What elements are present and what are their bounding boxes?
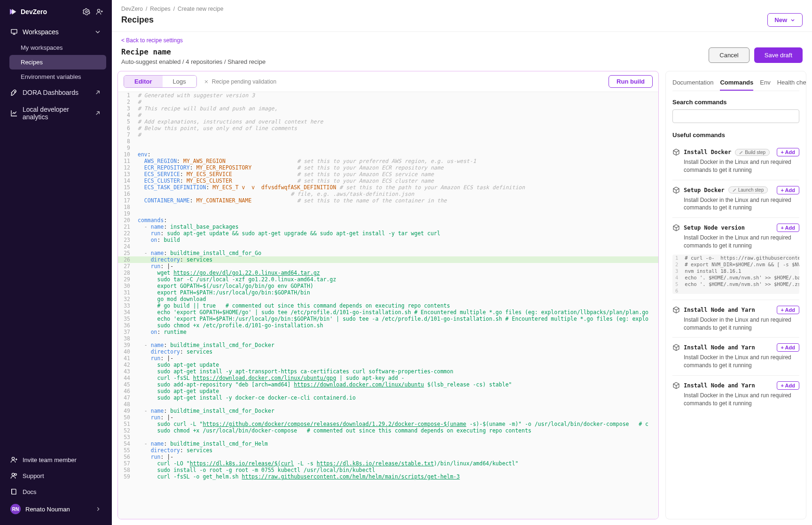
- search-commands-input[interactable]: [672, 109, 799, 123]
- sidebar-bottom: Invite team memberSupportDocs RN Renato …: [0, 448, 112, 525]
- chevron-down-icon: [94, 28, 102, 36]
- back-link[interactable]: < Back to recipe settings: [121, 37, 183, 44]
- sp-tab-env[interactable]: Env: [760, 77, 770, 91]
- new-button[interactable]: New: [767, 13, 803, 27]
- command-snippet: 1# curl -o- https://raw.githubuserconten…: [672, 255, 799, 294]
- chevron-right-icon: [95, 506, 102, 512]
- package-icon: [672, 224, 680, 232]
- tab-editor[interactable]: Editor: [124, 76, 163, 87]
- command-name: Install Docker: [684, 149, 731, 155]
- recipe-meta: Auto-suggest enabled / 4 repositories / …: [121, 58, 265, 65]
- command-name: Install Node and Yarn: [684, 382, 755, 389]
- crumb[interactable]: Recipes: [150, 6, 170, 12]
- sidebar-header: DevZero: [0, 0, 112, 23]
- command-item: Install Node and Yarn+ AddInstall Docker…: [672, 375, 799, 413]
- main: DevZero/Recipes/Create new recipe Recipe…: [112, 0, 812, 525]
- command-name: Install Node and Yarn: [684, 307, 755, 313]
- side-panel-tabs: DocumentationCommandsEnvHealth checks: [672, 77, 799, 91]
- chevron-down-icon: [790, 17, 796, 23]
- editor-panel: EditorLogs Recipe pending validation Run…: [117, 71, 659, 519]
- gear-icon[interactable]: [83, 8, 90, 15]
- command-description: Install Docker in the Linux and run requ…: [672, 196, 799, 212]
- command-description: Install Docker in the Linux and run requ…: [672, 354, 799, 370]
- validation-status: Recipe pending validation: [203, 78, 276, 85]
- add-command-button[interactable]: + Add: [777, 224, 799, 232]
- brand-name: DevZero: [21, 8, 47, 15]
- svg-point-3: [15, 92, 15, 92]
- sidebar-item-my-workspaces[interactable]: My workspaces: [9, 40, 106, 55]
- sp-tab-documentation[interactable]: Documentation: [672, 77, 713, 91]
- tab-logs[interactable]: Logs: [163, 76, 196, 87]
- sidebar-docs[interactable]: Docs: [6, 484, 106, 500]
- command-description: Install Docker in the Linux and run requ…: [672, 158, 799, 174]
- command-description: Install Docker in the Linux and run requ…: [672, 234, 799, 250]
- add-command-button[interactable]: + Add: [777, 148, 799, 156]
- monitor-icon: [10, 28, 18, 36]
- add-command-button[interactable]: + Add: [777, 343, 799, 352]
- svg-point-1: [97, 9, 100, 12]
- breadcrumb: DevZero/Recipes/Create new recipe: [112, 0, 812, 13]
- new-button-label: New: [774, 16, 787, 23]
- package-icon: [672, 148, 680, 156]
- validation-text: Recipe pending validation: [212, 78, 276, 85]
- svg-point-0: [86, 11, 87, 13]
- user-plus-icon[interactable]: [96, 8, 103, 15]
- sidebar: DevZero Workspaces My workspacesRecipesE…: [0, 0, 112, 525]
- cancel-button[interactable]: Cancel: [709, 47, 749, 63]
- package-icon: [672, 344, 680, 351]
- run-build-button[interactable]: Run build: [609, 75, 653, 88]
- sidebar-invite-team-member[interactable]: Invite team member: [6, 452, 106, 468]
- nav-workspaces-label: Workspaces: [23, 28, 59, 36]
- logo[interactable]: DevZero: [8, 8, 47, 16]
- add-command-button[interactable]: + Add: [777, 186, 799, 194]
- nav-workspaces[interactable]: Workspaces: [6, 23, 106, 40]
- nav-item-dora-dashboards[interactable]: DORA Dashboards: [6, 84, 106, 101]
- command-item: Setup Docker Launch step+ AddInstall Doc…: [672, 180, 799, 218]
- user-plus-icon: [10, 456, 18, 463]
- sp-tab-health-checks[interactable]: Health checks: [777, 77, 806, 91]
- logo-icon: [8, 8, 17, 16]
- command-name: Install Node and Yarn: [684, 344, 755, 351]
- command-item: Install Docker Build step+ AddInstall Do…: [672, 142, 799, 180]
- package-icon: [672, 186, 680, 194]
- crumb[interactable]: Create new recipe: [178, 6, 223, 12]
- command-name: Setup Docker: [684, 187, 725, 193]
- code-editor[interactable]: 1# Generated with suggester version 32#3…: [118, 92, 658, 519]
- save-draft-button[interactable]: Save draft: [754, 47, 803, 63]
- nav: Workspaces My workspacesRecipesEnvironme…: [0, 23, 112, 125]
- command-badge: Build step: [735, 149, 770, 156]
- command-item: Install Node and Yarn+ AddInstall Docker…: [672, 300, 799, 338]
- package-icon: [672, 382, 680, 389]
- avatar: RN: [10, 504, 21, 514]
- sidebar-item-recipes[interactable]: Recipes: [9, 55, 106, 69]
- svg-point-5: [12, 473, 14, 476]
- search-commands-label: Search commands: [672, 99, 799, 106]
- user-name: Renato Nouman: [25, 506, 70, 513]
- svg-point-4: [12, 457, 14, 460]
- command-description: Install Docker in the Linux and run requ…: [672, 316, 799, 332]
- svg-rect-2: [11, 30, 17, 33]
- command-badge: Launch step: [728, 186, 768, 193]
- external-link-icon: [94, 109, 102, 117]
- sp-tab-commands[interactable]: Commands: [720, 77, 753, 91]
- package-icon: [672, 306, 680, 314]
- command-item: Setup Node version+ AddInstall Docker in…: [672, 217, 799, 300]
- command-item: Install Node and Yarn+ AddInstall Docker…: [672, 337, 799, 375]
- sidebar-support[interactable]: Support: [6, 468, 106, 484]
- x-icon: [203, 79, 209, 85]
- book-icon: [10, 488, 18, 495]
- page-title: Recipes: [121, 15, 154, 25]
- chart-icon: [10, 109, 18, 117]
- sidebar-item-environment-variables[interactable]: Environment variables: [9, 69, 106, 84]
- add-command-button[interactable]: + Add: [777, 381, 799, 390]
- command-description: Install Docker in the Linux and run requ…: [672, 392, 799, 408]
- nav-item-local-developer-analytics[interactable]: Local developer analytics: [6, 101, 106, 125]
- sidebar-user[interactable]: RN Renato Nouman: [6, 500, 106, 518]
- users-icon: [10, 472, 18, 479]
- commands-panel: DocumentationCommandsEnvHealth checks Se…: [665, 71, 806, 519]
- editor-tabs: EditorLogs: [124, 75, 197, 88]
- svg-point-6: [15, 473, 16, 475]
- command-name: Setup Node version: [684, 224, 745, 231]
- add-command-button[interactable]: + Add: [777, 306, 799, 314]
- crumb[interactable]: DevZero: [121, 6, 143, 12]
